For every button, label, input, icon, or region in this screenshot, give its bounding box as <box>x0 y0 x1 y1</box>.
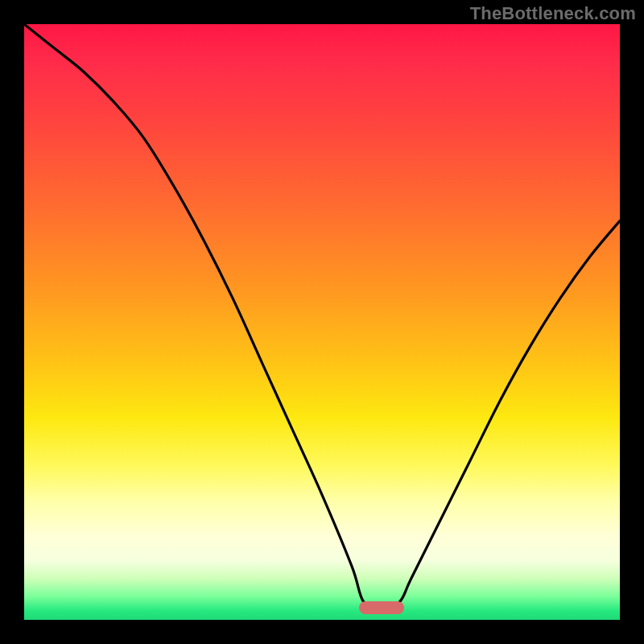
plot-area <box>24 24 620 620</box>
chart-frame: TheBottleneck.com <box>0 0 644 644</box>
optimum-marker <box>359 601 404 614</box>
watermark-text: TheBottleneck.com <box>470 3 636 24</box>
bottleneck-curve <box>24 24 620 620</box>
